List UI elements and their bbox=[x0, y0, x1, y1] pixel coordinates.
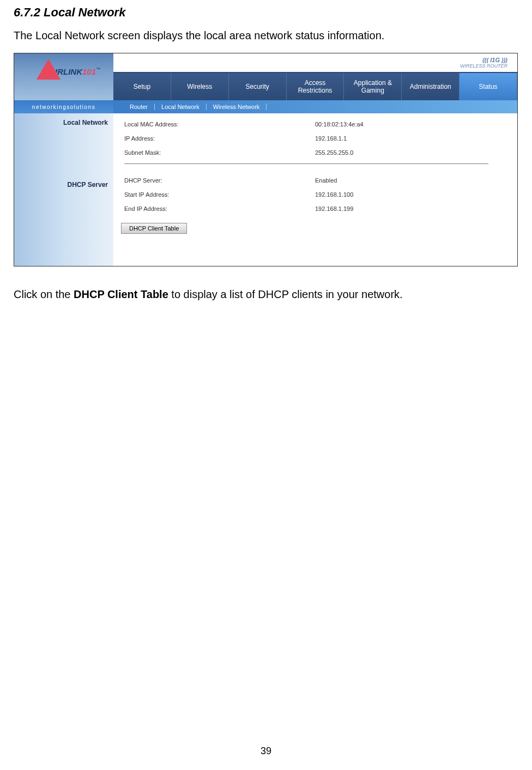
page-number: 39 bbox=[261, 745, 271, 757]
logo-area: IRLINK101™ bbox=[14, 53, 113, 100]
outro-text: Click on the DHCP Client Table to displa… bbox=[14, 288, 518, 301]
dhcp-server-value: Enabled bbox=[315, 177, 506, 184]
divider bbox=[124, 163, 488, 164]
row-start-ip: Start IP Address: 192.168.1.100 bbox=[124, 191, 506, 198]
wireless-router-label: ((( I1G ))) WIRELESS ROUTER bbox=[460, 57, 507, 69]
sidebar-label-dhcp-server: DHCP Server bbox=[14, 181, 113, 189]
sidebar-label-local-network: Local Network bbox=[14, 119, 113, 126]
end-ip-value: 192.168.1.199 bbox=[315, 205, 506, 212]
sidebar: Local Network DHCP Server bbox=[14, 113, 113, 266]
logo-triangle bbox=[37, 59, 61, 80]
mac-value: 00:18:02:13:4e:a4 bbox=[315, 121, 506, 128]
sub-tabs: Router Local Network Wireless Network bbox=[113, 100, 517, 113]
main-panel: Local MAC Address: 00:18:02:13:4e:a4 IP … bbox=[113, 113, 517, 266]
start-ip-value: 192.168.1.100 bbox=[315, 191, 506, 198]
row-subnet: Subnet Mask: 255.255.255.0 bbox=[124, 149, 506, 156]
row-mac: Local MAC Address: 00:18:02:13:4e:a4 bbox=[124, 121, 506, 128]
tagline: networkingsolutions bbox=[14, 100, 113, 113]
start-ip-label: Start IP Address: bbox=[124, 191, 315, 198]
mac-label: Local MAC Address: bbox=[124, 121, 315, 128]
row-dhcp-server: DHCP Server: Enabled bbox=[124, 177, 506, 184]
subtab-router[interactable]: Router bbox=[123, 104, 155, 110]
row-end-ip: End IP Address: 192.168.1.199 bbox=[124, 205, 506, 212]
nav-top-strip: ((( I1G ))) WIRELESS ROUTER bbox=[113, 53, 517, 73]
tab-status[interactable]: Status bbox=[460, 73, 517, 100]
ip-label: IP Address: bbox=[124, 135, 315, 142]
subtab-wireless-network[interactable]: Wireless Network bbox=[207, 104, 267, 110]
ip-value: 192.168.1.1 bbox=[315, 135, 506, 142]
tab-access-restrictions[interactable]: Access Restrictions bbox=[287, 73, 344, 100]
intro-text: The Local Network screen displays the lo… bbox=[14, 29, 518, 42]
section-title: 6.7.2 Local Network bbox=[14, 5, 518, 20]
tab-application-gaming[interactable]: Application & Gaming bbox=[344, 73, 402, 100]
tab-administration[interactable]: Administration bbox=[402, 73, 460, 100]
dhcp-server-label: DHCP Server: bbox=[124, 177, 315, 184]
subtab-local-network[interactable]: Local Network bbox=[155, 104, 207, 110]
logo-text: IRLINK101™ bbox=[55, 67, 100, 76]
tab-setup[interactable]: Setup bbox=[113, 73, 171, 100]
router-ui-screenshot: IRLINK101™ ((( I1G ))) WIRELESS ROUTER S… bbox=[14, 53, 518, 266]
tab-wireless[interactable]: Wireless bbox=[171, 73, 229, 100]
tab-security[interactable]: Security bbox=[229, 73, 287, 100]
subnet-label: Subnet Mask: bbox=[124, 149, 315, 156]
end-ip-label: End IP Address: bbox=[124, 205, 315, 212]
subnet-value: 255.255.255.0 bbox=[315, 149, 506, 156]
dhcp-client-table-button[interactable]: DHCP Client Table bbox=[121, 223, 187, 234]
row-ip: IP Address: 192.168.1.1 bbox=[124, 135, 506, 142]
main-tabs: Setup Wireless Security Access Restricti… bbox=[113, 73, 517, 100]
